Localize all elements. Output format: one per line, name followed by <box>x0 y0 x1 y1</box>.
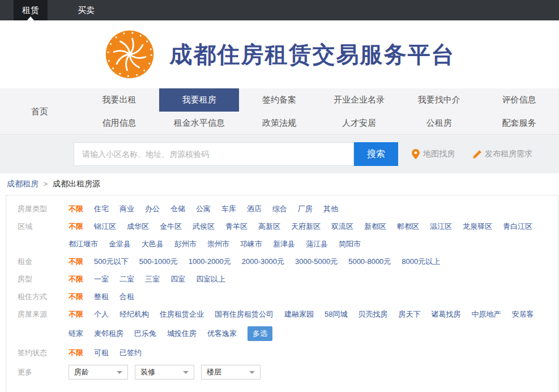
filter-option[interactable]: 其他 <box>323 203 338 215</box>
map-search-link[interactable]: 地图找房 <box>412 149 455 159</box>
filter-option[interactable]: 500-1000元 <box>139 256 178 267</box>
nav-item-row2-2[interactable]: 租金水平信息 <box>159 112 239 135</box>
filter-option[interactable]: 3000-5000元 <box>295 256 338 267</box>
filter-option[interactable]: 不限 <box>69 274 83 285</box>
filter-option[interactable]: 厂房 <box>298 203 313 215</box>
filter-option[interactable]: 金牛区 <box>160 221 182 232</box>
filter-option[interactable]: 房天下 <box>398 309 420 320</box>
filter-option[interactable]: 四室以上 <box>196 274 225 285</box>
filter-option[interactable]: 天府新区 <box>291 221 321 232</box>
filter-option[interactable]: 办公 <box>145 203 160 215</box>
filter-option[interactable]: 一室 <box>94 274 109 285</box>
filter-option[interactable]: 8000元以上 <box>402 256 440 267</box>
publish-demand-label: 发布租房需求 <box>485 149 532 159</box>
filter-option[interactable]: 国有住房租赁公司 <box>215 309 274 320</box>
search-button[interactable]: 搜索 <box>354 142 398 166</box>
filter-option[interactable]: 住房租赁企业 <box>160 309 204 320</box>
nav-item-row2-3[interactable]: 政策法规 <box>239 112 319 135</box>
filter-option[interactable]: 500元以下 <box>94 256 129 267</box>
filter-option[interactable]: 不限 <box>69 256 83 267</box>
filter-option[interactable]: 贝壳找房 <box>358 309 387 320</box>
filter-option[interactable]: 1000-2000元 <box>189 256 231 267</box>
filter-option[interactable]: 建融家园 <box>284 309 314 320</box>
filter-option[interactable]: 不限 <box>69 309 83 320</box>
filter-option[interactable]: 不限 <box>69 291 83 302</box>
filter-option[interactable]: 大邑县 <box>142 238 164 250</box>
multi-select-button[interactable]: 多选 <box>248 326 272 341</box>
dropdown-楼层[interactable]: 楼层 <box>201 365 261 380</box>
filter-option[interactable]: 温江区 <box>430 221 452 232</box>
filter-option[interactable]: 金堂县 <box>109 238 131 250</box>
filter-option[interactable]: 郫都区 <box>397 221 419 232</box>
filter-option[interactable]: 诸葛找房 <box>431 309 460 320</box>
search-input[interactable] <box>74 142 354 166</box>
filter-option[interactable]: 青白江区 <box>503 221 532 232</box>
filter-option[interactable]: 可租 <box>94 347 109 359</box>
nav-item-row1-3[interactable]: 签约备案 <box>239 88 319 112</box>
filter-option[interactable]: 城投住房 <box>167 328 197 339</box>
filter-option[interactable]: 已签约 <box>120 347 142 359</box>
filter-option[interactable]: 优客逸家 <box>207 328 237 339</box>
filter-option[interactable]: 巴乐兔 <box>134 328 156 339</box>
dropdown-装修[interactable]: 装修 <box>135 365 194 380</box>
filter-option[interactable]: 成华区 <box>127 221 149 232</box>
filter-option[interactable]: 不限 <box>69 203 83 215</box>
filter-option[interactable]: 仓储 <box>170 203 185 215</box>
filter-option[interactable]: 中原地产 <box>471 309 501 320</box>
filter-option[interactable]: 合租 <box>120 291 134 302</box>
filter-option[interactable]: 青羊区 <box>225 221 248 232</box>
nav-item-row2-5[interactable]: 公租房 <box>399 112 479 135</box>
filter-option[interactable]: 2000-3000元 <box>242 256 284 267</box>
filter-row-label: 房屋类型 <box>18 203 69 215</box>
filter-option[interactable]: 龙泉驿区 <box>463 221 492 232</box>
filter-option[interactable]: 都江堰市 <box>69 238 98 250</box>
filter-option[interactable]: 高新区 <box>258 221 280 232</box>
dropdown-房龄[interactable]: 房龄 <box>69 365 128 380</box>
filter-option[interactable]: 彭州市 <box>174 238 197 250</box>
filter-option[interactable]: 安居客 <box>511 309 534 320</box>
filter-option[interactable]: 公寓 <box>196 203 211 215</box>
filter-option[interactable]: 经纪机构 <box>120 309 149 320</box>
nav-item-row1-5[interactable]: 我要找中介 <box>399 88 479 112</box>
filter-option[interactable]: 5000-8000元 <box>348 256 391 267</box>
filter-option[interactable]: 商业 <box>120 203 134 215</box>
nav-item-home[interactable]: 首页 <box>0 88 79 135</box>
filter-option[interactable]: 整租 <box>94 291 109 302</box>
nav-item-row2-4[interactable]: 人才安居 <box>319 112 399 135</box>
filter-option[interactable]: 双流区 <box>331 221 353 232</box>
filter-option[interactable]: 车库 <box>221 203 236 215</box>
nav-item-row1-1[interactable]: 我要出租 <box>79 88 159 112</box>
publish-demand-link[interactable]: 发布租房需求 <box>473 149 532 159</box>
nav-item-row2-1[interactable]: 信用信息 <box>79 112 159 135</box>
filter-option[interactable]: 锦江区 <box>94 221 116 232</box>
nav-item-row1-4[interactable]: 开业企业名录 <box>319 88 399 112</box>
breadcrumb-root-link[interactable]: 成都租房 <box>7 179 39 189</box>
filter-option[interactable]: 不限 <box>69 221 83 232</box>
filter-option[interactable]: 链家 <box>69 328 83 339</box>
nav-item-row1-2[interactable]: 我要租房 <box>159 88 239 112</box>
filter-option[interactable]: 不限 <box>69 347 83 359</box>
filter-option[interactable]: 综合 <box>272 203 287 215</box>
filter-option[interactable]: 新津县 <box>273 238 295 250</box>
filter-row-label: 房屋来源 <box>18 309 69 341</box>
filter-row-more: 更多房龄装修楼层 <box>18 365 558 380</box>
top-tab-租赁[interactable]: 租赁 <box>14 0 48 20</box>
filter-option[interactable]: 四室 <box>170 274 185 285</box>
filter-option[interactable]: 个人 <box>94 309 109 320</box>
filter-option[interactable]: 武侯区 <box>193 221 215 232</box>
nav-item-row1-6[interactable]: 评价信息 <box>479 88 559 112</box>
filter-option[interactable]: 蒲江县 <box>306 238 328 250</box>
filter-option[interactable]: 58同城 <box>325 309 347 320</box>
filter-option[interactable]: 二室 <box>120 274 134 285</box>
filter-row-label: 租住方式 <box>18 291 69 302</box>
filter-option[interactable]: 崇州市 <box>207 238 229 250</box>
filter-option[interactable]: 三室 <box>145 274 160 285</box>
filter-option[interactable]: 新都区 <box>364 221 386 232</box>
filter-option[interactable]: 邛崃市 <box>240 238 262 250</box>
filter-option[interactable]: 酒店 <box>247 203 262 215</box>
filter-option[interactable]: 麦邻租房 <box>94 328 123 339</box>
filter-option[interactable]: 住宅 <box>94 203 109 215</box>
nav-item-row2-6[interactable]: 配套服务 <box>479 112 559 135</box>
filter-option[interactable]: 简阳市 <box>339 238 361 250</box>
top-tab-买卖[interactable]: 买卖 <box>69 0 103 20</box>
